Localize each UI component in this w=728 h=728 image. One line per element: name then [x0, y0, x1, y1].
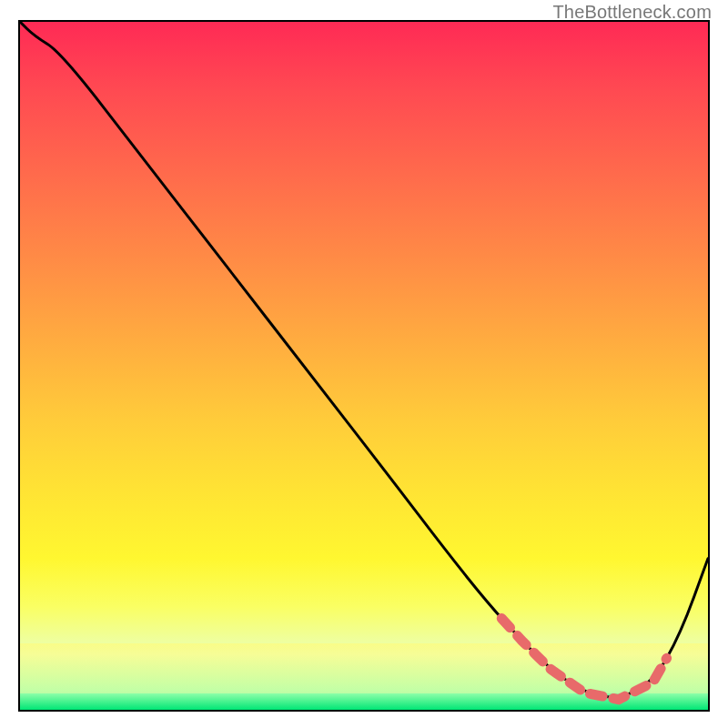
chart-container: TheBottleneck.com — [0, 0, 728, 728]
bottleneck-curve-highlight — [501, 618, 666, 699]
bottleneck-curve — [20, 22, 708, 697]
plot-area — [18, 20, 710, 712]
bottleneck-curve-svg — [20, 22, 708, 710]
